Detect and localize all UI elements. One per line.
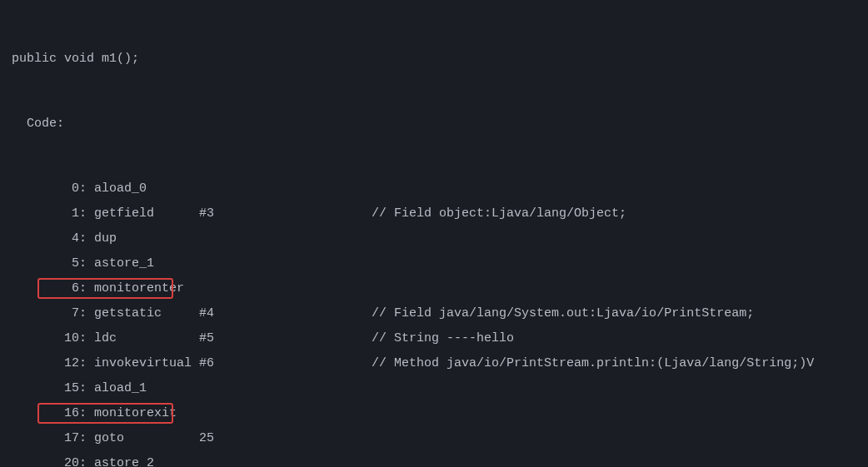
bytecode-line: 16: monitorexit	[0, 401, 868, 426]
bytecode-line: 10: ldc #5 // String ----hello	[0, 326, 868, 351]
bytecode-line: 4: dup	[0, 226, 868, 251]
instruction-list: 0: aload_0 1: getfield #3 // Field objec…	[0, 176, 868, 467]
bytecode-line: 20: astore_2	[0, 451, 868, 467]
bytecode-line: 5: astore_1	[0, 251, 868, 276]
bytecode-line: 17: goto 25	[0, 426, 868, 451]
bytecode-line: 15: aload_1	[0, 376, 868, 401]
highlight-box	[37, 278, 173, 299]
bytecode-line: 7: getstatic #4 // Field java/lang/Syste…	[0, 301, 868, 326]
highlight-box	[37, 403, 173, 424]
bytecode-line: 6: monitorenter	[0, 276, 868, 301]
code-label: Code:	[0, 112, 868, 137]
method-signature: public void m1();	[0, 47, 868, 72]
bytecode-listing: public void m1(); Code: 0: aload_0 1: ge…	[0, 7, 868, 467]
bytecode-line: 12: invokevirtual #6 // Method java/io/P…	[0, 351, 868, 376]
bytecode-line: 0: aload_0	[0, 176, 868, 201]
bytecode-line: 1: getfield #3 // Field object:Ljava/lan…	[0, 201, 868, 226]
